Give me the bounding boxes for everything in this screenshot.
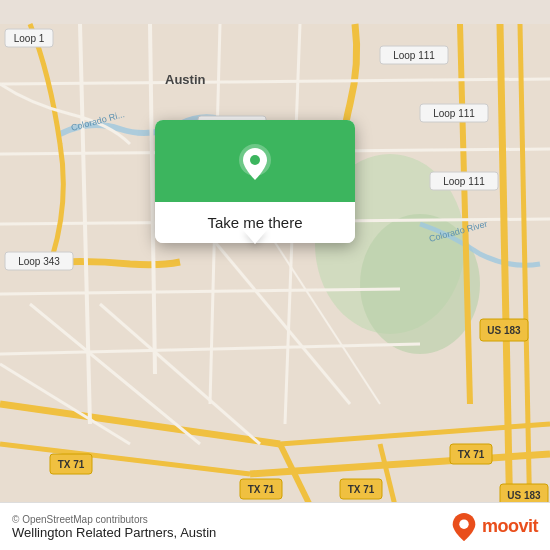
moovit-logo: moovit xyxy=(450,511,538,543)
location-pin-icon xyxy=(233,142,277,186)
svg-text:TX 71: TX 71 xyxy=(348,484,375,495)
map-container: Austin Loop 111 Loop 111 Loop 111 Loop 3… xyxy=(0,0,550,550)
svg-text:TX 71: TX 71 xyxy=(458,449,485,460)
location-label: Wellington Related Partners, Austin xyxy=(12,525,216,540)
svg-text:Austin: Austin xyxy=(165,72,206,87)
osm-attribution: © OpenStreetMap contributors xyxy=(12,514,216,525)
svg-text:Loop 343: Loop 343 xyxy=(18,256,60,267)
popup-pointer xyxy=(243,230,267,244)
svg-point-54 xyxy=(250,155,260,165)
svg-text:TX 71: TX 71 xyxy=(248,484,275,495)
svg-text:Loop 111: Loop 111 xyxy=(393,50,435,61)
svg-text:US 183: US 183 xyxy=(507,490,541,501)
map-background: Austin Loop 111 Loop 111 Loop 111 Loop 3… xyxy=(0,0,550,550)
svg-text:TX 71: TX 71 xyxy=(58,459,85,470)
svg-text:Loop 1: Loop 1 xyxy=(14,33,45,44)
svg-point-55 xyxy=(459,519,468,528)
bottom-bar: © OpenStreetMap contributors Wellington … xyxy=(0,502,550,550)
popup-card: Take me there xyxy=(155,120,355,243)
moovit-pin-icon xyxy=(450,511,478,543)
svg-text:US 183: US 183 xyxy=(487,325,521,336)
svg-text:Loop 111: Loop 111 xyxy=(443,176,485,187)
svg-text:Loop 111: Loop 111 xyxy=(433,108,475,119)
bottom-left-info: © OpenStreetMap contributors Wellington … xyxy=(12,514,216,540)
popup-green-area xyxy=(155,120,355,202)
moovit-wordmark: moovit xyxy=(482,516,538,537)
